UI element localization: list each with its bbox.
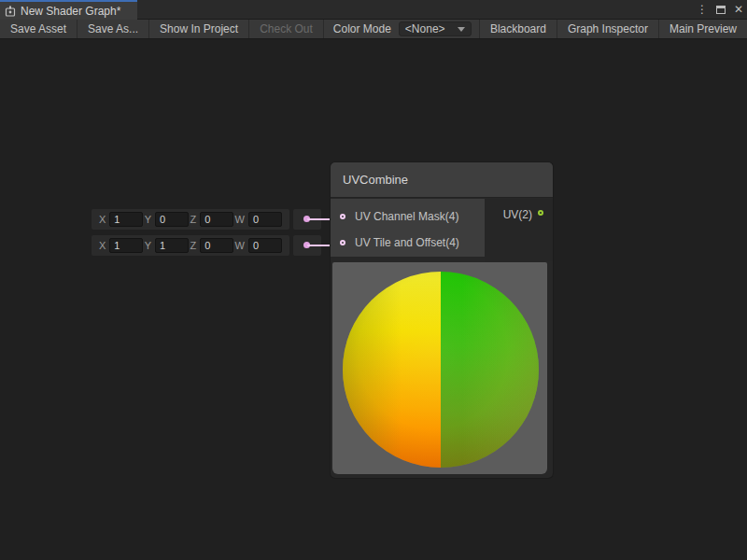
check-out-button[interactable]: Check Out [249, 20, 324, 38]
maximize-icon[interactable] [716, 6, 726, 14]
component-label-y[interactable]: Y [145, 240, 151, 251]
graph-toolbar: Save Asset Save As... Show In Project Ch… [0, 20, 747, 39]
input-port-icon[interactable] [340, 214, 345, 219]
graph-canvas[interactable]: X 1 Y 0 Z 0 W 0 X 1 Y 1 [0, 40, 747, 560]
input-port-row: UV Channel Mask(4) [331, 203, 485, 230]
component-field-x[interactable]: 1 [109, 212, 143, 227]
vector-component: Z 0 [190, 212, 233, 227]
component-label-x[interactable]: X [99, 240, 106, 251]
component-label-y[interactable]: Y [145, 214, 151, 225]
color-mode-label: Color Mode [324, 20, 399, 38]
node-uvcombine[interactable]: UVCombine UV Channel Mask(4) UV Tile and… [331, 162, 553, 478]
save-as-button[interactable]: Save As... [78, 20, 149, 38]
graph-inspector-toggle-button[interactable]: Graph Inspector [557, 20, 658, 38]
shader-graph-asset-icon [5, 6, 16, 17]
close-icon[interactable]: ✕ [734, 0, 743, 20]
component-field-y[interactable]: 0 [155, 212, 189, 227]
tab-title: New Shader Graph* [21, 5, 120, 18]
component-field-w[interactable]: 0 [248, 212, 282, 227]
tab-bar: New Shader Graph* ⋮ ✕ [0, 0, 747, 20]
vector-component: W 0 [235, 238, 282, 253]
vector-component: W 0 [235, 212, 282, 227]
vector-component: Y 1 [145, 238, 189, 253]
vector-component: X 1 [99, 238, 143, 253]
component-label-z[interactable]: Z [190, 240, 196, 251]
chevron-down-icon [458, 27, 465, 32]
vector-component: X 1 [99, 212, 143, 227]
component-field-x[interactable]: 1 [109, 238, 143, 253]
output-port-label: UV(2) [503, 210, 532, 219]
node-title-bar[interactable]: UVCombine [331, 162, 553, 198]
color-mode-dropdown[interactable]: <None> [399, 21, 472, 36]
input-port-row: UV Tile and Offset(4) [331, 230, 485, 256]
show-in-project-button[interactable]: Show In Project [149, 20, 249, 38]
component-label-x[interactable]: X [99, 214, 106, 225]
component-field-y[interactable]: 1 [155, 238, 189, 253]
input-port-icon[interactable] [340, 240, 345, 245]
tab-new-shader-graph[interactable]: New Shader Graph* [0, 0, 137, 20]
kebab-menu-icon[interactable]: ⋮ [697, 0, 708, 20]
component-field-z[interactable]: 0 [200, 238, 233, 253]
color-mode-value: <None> [405, 22, 445, 35]
node-title: UVCombine [343, 173, 408, 187]
shader-graph-window: New Shader Graph* ⋮ ✕ Save Asset Save As… [0, 0, 747, 560]
vector-component: Y 0 [145, 212, 189, 227]
vector-component: Z 0 [190, 238, 233, 253]
node-output-ports: UV(2) [485, 199, 553, 261]
node-body: UV Channel Mask(4) UV Tile and Offset(4)… [331, 198, 553, 262]
sphere-right-uv-gradient [441, 272, 539, 468]
input-port-label: UV Channel Mask(4) [355, 210, 458, 223]
sphere-left-uv-gradient [343, 272, 441, 468]
vector4-input-row-2: X 1 Y 1 Z 0 W 0 [92, 235, 289, 256]
component-label-z[interactable]: Z [190, 214, 196, 225]
window-controls: ⋮ ✕ [697, 0, 743, 20]
component-field-w[interactable]: 0 [248, 238, 282, 253]
main-preview-toggle-button[interactable]: Main Preview [658, 20, 747, 38]
save-asset-button[interactable]: Save Asset [0, 20, 78, 38]
component-field-z[interactable]: 0 [200, 212, 233, 227]
node-input-ports: UV Channel Mask(4) UV Tile and Offset(4) [331, 199, 485, 257]
node-preview [332, 262, 547, 474]
preview-sphere [343, 272, 539, 468]
input-port-label: UV Tile and Offset(4) [355, 236, 459, 249]
output-port-icon[interactable] [538, 210, 543, 216]
vector4-input-row-1: X 1 Y 0 Z 0 W 0 [92, 209, 289, 230]
component-label-w[interactable]: W [235, 240, 245, 251]
component-label-w[interactable]: W [235, 214, 245, 225]
blackboard-toggle-button[interactable]: Blackboard [479, 20, 557, 38]
